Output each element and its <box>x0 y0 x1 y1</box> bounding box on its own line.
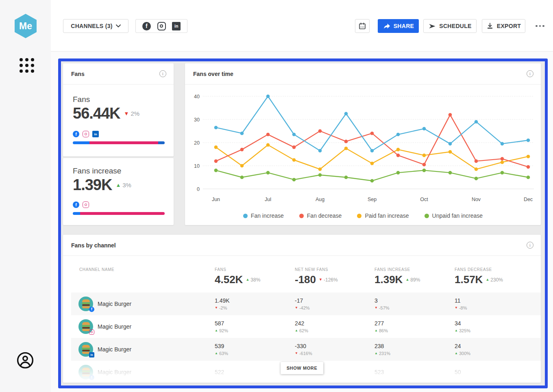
fans-metric-value: 56.44K <box>73 105 120 122</box>
fans-over-time-card: Fans over time 010203040JunJulAugSepOctN… <box>185 63 541 225</box>
svg-text:Nov: Nov <box>472 197 481 202</box>
chart-card-title: Fans over time <box>193 71 233 77</box>
channel-avatar <box>78 319 93 334</box>
change-indicator: ▼2% <box>124 110 140 117</box>
instagram-icon <box>89 329 94 335</box>
trend-up-icon: ▲ <box>455 329 458 332</box>
more-options-icon[interactable] <box>532 19 548 33</box>
network-badge: f <box>89 373 94 380</box>
linkedin-icon: in <box>92 131 99 137</box>
legend-item[interactable]: Fan decrease <box>299 212 342 219</box>
trend-up-icon: ▲ <box>295 329 298 332</box>
trend-down-icon: ▼ <box>295 352 298 355</box>
apps-menu-icon[interactable] <box>20 58 34 73</box>
fans-metric-change: ▼2% <box>124 110 140 117</box>
legend-item[interactable]: Paid fan increase <box>357 212 409 219</box>
summary-column: FANS4.52K▲38% <box>215 267 295 286</box>
change-indicator: ▲38% <box>246 277 260 283</box>
legend-dot <box>299 214 304 218</box>
instagram-icon <box>83 201 89 208</box>
info-icon[interactable] <box>159 70 166 77</box>
share-icon <box>383 22 390 30</box>
change-indicator: ▼-616% <box>295 351 374 356</box>
legend-label: Fan increase <box>251 212 284 219</box>
trend-up-icon: ▲ <box>115 182 121 188</box>
change-indicator: ▼-42% <box>295 305 374 310</box>
summary-total: -180 <box>295 273 316 286</box>
channel-avatar: f <box>78 365 93 379</box>
svg-text:Oct: Oct <box>420 197 428 202</box>
linkedin-icon[interactable]: in <box>172 22 181 30</box>
summary-total: 1.39K <box>374 273 403 286</box>
fans-increase-network-icons: f <box>73 201 165 208</box>
app-logo-text: Me <box>19 21 32 32</box>
change-indicator: ▲231% <box>374 351 455 356</box>
column-label[interactable]: FANS DECREASE <box>455 267 541 272</box>
facebook-icon[interactable]: f <box>142 22 151 30</box>
legend-dot <box>243 214 248 218</box>
download-icon <box>486 22 494 30</box>
change-indicator: ▼-8% <box>455 305 541 310</box>
channels-dropdown[interactable]: CHANNELS (3) <box>63 19 128 33</box>
change-indicator: ▲325% <box>455 328 541 333</box>
share-button[interactable]: SHARE <box>378 19 419 33</box>
summary-column: FANS INCREASE1.39K▲89% <box>374 267 455 286</box>
fans-network-icons: fin <box>73 131 165 137</box>
svg-text:40: 40 <box>194 94 200 100</box>
trend-down-icon: ▼ <box>455 306 458 310</box>
selected-channels-group[interactable]: fin <box>135 19 187 33</box>
dashboard: Me CHANNELS (3) fin <box>0 0 553 392</box>
channel-name: Magic Burger <box>98 323 131 330</box>
facebook-icon: f <box>73 201 79 208</box>
trend-up-icon: ▲ <box>405 278 409 282</box>
fans-over-time-chart: 010203040JunJulAugSepOctNovDec <box>185 84 541 206</box>
date-range-button[interactable] <box>355 19 370 33</box>
change-indicator: ▼-126% <box>319 277 338 283</box>
table-row[interactable]: fMagic Burger1.49K▼-2%-17▼-42%3▼-57%11▼-… <box>71 292 541 315</box>
svg-text:Aug: Aug <box>316 197 324 202</box>
send-icon <box>428 22 436 30</box>
summary-total: 1.57K <box>455 273 483 286</box>
instagram-icon[interactable] <box>157 22 166 30</box>
linkedin-icon: in <box>89 352 94 357</box>
svg-text:Sep: Sep <box>368 197 377 202</box>
trend-down-icon: ▼ <box>319 278 322 282</box>
trend-down-icon: ▼ <box>124 111 129 116</box>
fans-card: Fans Fans 56.44K ▼2% fin <box>63 63 174 156</box>
column-label[interactable]: FANS INCREASE <box>374 267 455 272</box>
summary-column: NET NEW FANS-180▼-126% <box>295 267 374 286</box>
account-icon[interactable] <box>15 351 35 370</box>
trend-up-icon: ▲ <box>486 278 489 282</box>
change-indicator: ▲62% <box>295 328 374 333</box>
channel-name: Magic Burger <box>98 369 131 375</box>
trend-up-icon: ▲ <box>215 352 218 355</box>
fans-metric-label: Fans <box>73 95 165 104</box>
show-more-button[interactable]: SHOW MORE <box>281 362 324 374</box>
chevron-down-icon <box>116 24 121 28</box>
table-row[interactable]: Magic Burger587▲92%242▲62%277▲86%34▲325% <box>71 315 541 338</box>
legend-item[interactable]: Fan increase <box>243 212 284 219</box>
info-icon[interactable] <box>527 70 533 77</box>
export-button-label: EXPORT <box>497 23 521 29</box>
fans-distribution-bar <box>73 141 165 144</box>
summary-column: FANS DECREASE1.57K▲230% <box>455 267 541 286</box>
facebook-icon: f <box>89 307 94 312</box>
schedule-button[interactable]: SCHEDULE <box>423 19 477 33</box>
table-row[interactable]: inMagic Burger539▲63%-330▼-616%238▲231%2… <box>71 338 541 361</box>
export-button[interactable]: EXPORT <box>482 19 525 33</box>
channel-avatar: f <box>78 297 93 311</box>
fans-by-channel-card: Fans by channel CHANNEL NAME FANS4.52K▲3… <box>63 235 541 383</box>
info-icon[interactable] <box>527 242 533 249</box>
svg-text:10: 10 <box>194 163 200 169</box>
trend-up-icon: ▲ <box>374 329 378 332</box>
change-indicator: ▲300% <box>455 351 541 356</box>
chart-legend: Fan increaseFan decreasePaid fan increas… <box>185 206 541 225</box>
column-label[interactable]: NET NEW FANS <box>295 267 374 272</box>
calendar-icon <box>358 22 366 30</box>
table-cell: 238▲231% <box>374 343 455 356</box>
column-label[interactable]: FANS <box>215 267 295 272</box>
legend-item[interactable]: Unpaid fan increase <box>425 212 483 219</box>
fans-increase-change: ▲3% <box>115 182 131 188</box>
app-logo[interactable]: Me <box>15 14 37 38</box>
facebook-icon: f <box>73 131 79 137</box>
